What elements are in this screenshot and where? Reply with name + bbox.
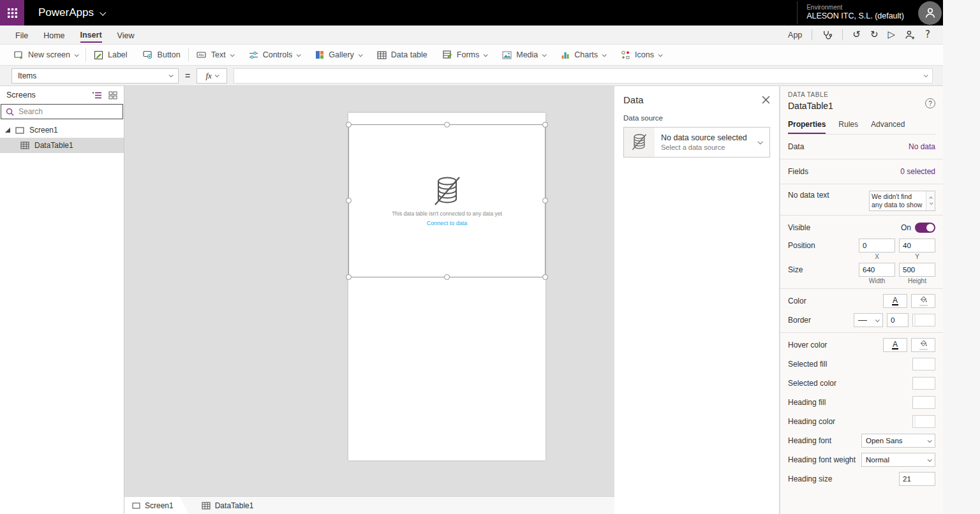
tree-view-icon[interactable] — [93, 91, 102, 99]
ribbon-new-screen[interactable]: New screen — [6, 45, 85, 65]
toggle-knob — [926, 224, 934, 231]
selected-color-swatch[interactable] — [912, 377, 935, 390]
breadcrumb-datatable1[interactable]: DataTable1 — [194, 497, 262, 514]
border-style-select[interactable] — [854, 313, 883, 327]
property-row-color: Color A — [788, 291, 935, 311]
text-color-button[interactable]: A — [883, 294, 907, 308]
heading-size-input[interactable] — [899, 472, 935, 486]
menu-view[interactable]: View — [117, 28, 135, 42]
position-x-input[interactable] — [859, 239, 895, 253]
property-label: Color — [788, 297, 806, 305]
tree-item-screen1[interactable]: Screen1 — [0, 122, 124, 138]
preview-play-button[interactable]: ▷ — [887, 30, 895, 40]
size-height-input[interactable] — [899, 263, 935, 277]
tab-rules[interactable]: Rules — [838, 117, 858, 134]
controls-icon — [249, 51, 258, 59]
property-row-border: Border — [788, 311, 935, 330]
breadcrumb-screen1[interactable]: Screen1 — [124, 497, 189, 514]
ribbon-label[interactable]: Label — [86, 45, 135, 65]
text-spinner[interactable] — [926, 191, 935, 210]
screen-artboard[interactable]: This data table isn't connected to any d… — [348, 113, 546, 460]
property-row-fields: Fields 0 selected — [788, 162, 935, 181]
chevron-down-icon — [542, 52, 547, 57]
ribbon-label: Button — [158, 50, 181, 59]
app-title: PowerApps — [38, 6, 94, 19]
ribbon-gallery[interactable]: Gallery — [308, 45, 369, 65]
size-width-input[interactable] — [859, 263, 895, 277]
empty-state-message: This data table isn't connected to any d… — [392, 210, 502, 217]
ribbon-button[interactable]: Button — [135, 45, 188, 65]
visible-toggle[interactable] — [915, 223, 935, 233]
ribbon-text[interactable]: Abc Text — [189, 45, 241, 65]
ribbon-label: Controls — [263, 50, 293, 59]
no-data-text-input[interactable]: We didn't find any data to show at this — [870, 191, 926, 210]
redo-button[interactable]: ↻ — [870, 30, 879, 40]
tree-expander-icon[interactable] — [5, 128, 10, 133]
text-icon: Abc — [197, 51, 207, 59]
help-button[interactable]: ? — [925, 98, 935, 108]
tree-item-datatable1[interactable]: DataTable1 — [0, 138, 124, 153]
ribbon-media[interactable]: Media — [494, 45, 553, 65]
app-checker-button[interactable] — [822, 29, 833, 40]
data-value-link[interactable]: No data — [909, 142, 935, 151]
grid-view-icon[interactable] — [108, 91, 117, 99]
menu-home[interactable]: Home — [43, 28, 64, 42]
help-button[interactable]: ? — [925, 30, 930, 40]
fill-color-button[interactable] — [911, 294, 935, 308]
ribbon-controls[interactable]: Controls — [241, 45, 308, 65]
data-panel-title: Data — [623, 94, 644, 105]
border-thickness-input[interactable] — [887, 313, 909, 327]
hover-fill-color-button[interactable] — [911, 338, 935, 352]
heading-font-weight-select[interactable]: Normal — [861, 453, 935, 467]
close-button[interactable] — [762, 96, 770, 104]
tab-properties[interactable]: Properties — [788, 117, 826, 134]
data-source-subtitle: Select a data source — [661, 143, 752, 151]
heading-font-value: Open Sans — [866, 437, 903, 444]
chevron-down-icon — [484, 52, 488, 57]
connect-to-data-link[interactable]: Connect to data — [427, 220, 468, 226]
heading-font-select[interactable]: Open Sans — [861, 434, 935, 448]
chevron-down-icon — [658, 52, 663, 57]
fill-bucket-icon — [919, 296, 928, 306]
canvas-area[interactable]: This data table isn't connected to any d… — [124, 86, 614, 514]
menu-insert[interactable]: Insert — [80, 27, 102, 43]
property-label: Heading fill — [788, 398, 826, 407]
hover-text-color-button[interactable]: A — [883, 338, 907, 352]
undo-button[interactable]: ↺ — [852, 30, 861, 40]
equals-sign: = — [185, 71, 190, 81]
waffle-menu-button[interactable] — [0, 0, 24, 26]
screen-icon — [15, 127, 24, 134]
chevron-down-icon — [230, 52, 234, 57]
property-row-visible: Visible On — [788, 218, 935, 237]
heading-fill-swatch[interactable] — [912, 396, 935, 409]
fields-value-link[interactable]: 0 selected — [900, 167, 935, 176]
datatable-control-selection[interactable]: This data table isn't connected to any d… — [348, 124, 546, 277]
data-source-dropdown[interactable]: No data source selected Select a data so… — [623, 127, 770, 158]
axis-label-y: Y — [915, 253, 919, 260]
ribbon-icons[interactable]: Icons — [613, 45, 669, 65]
share-button[interactable] — [905, 29, 916, 40]
table-icon — [202, 502, 211, 510]
selected-fill-swatch[interactable] — [912, 358, 935, 371]
tab-advanced[interactable]: Advanced — [871, 117, 905, 134]
environment-block[interactable]: Environment ALESON ITC, S.L. (default) — [797, 1, 914, 24]
user-avatar[interactable] — [918, 1, 942, 25]
ribbon-forms[interactable]: Forms — [435, 45, 494, 65]
border-color-swatch[interactable] — [912, 314, 935, 327]
ribbon-label: New screen — [28, 50, 70, 59]
menu-file[interactable]: File — [15, 28, 28, 42]
search-input[interactable] — [19, 107, 118, 116]
formula-input[interactable] — [239, 71, 924, 80]
formula-expand-chevron[interactable] — [924, 73, 928, 77]
property-selector[interactable]: Items — [11, 68, 179, 84]
chevron-down-icon — [602, 52, 607, 57]
heading-color-swatch[interactable] — [912, 415, 935, 428]
app-title-menu[interactable]: PowerApps — [38, 6, 105, 19]
chevron-down-icon — [928, 457, 932, 462]
fx-menu-button[interactable]: fx — [197, 68, 227, 84]
ribbon-data-table[interactable]: Data table — [369, 45, 435, 65]
ribbon-charts[interactable]: Charts — [553, 45, 613, 65]
ribbon-label: Gallery — [329, 50, 354, 59]
chevron-down-icon — [215, 73, 219, 77]
position-y-input[interactable] — [899, 239, 935, 253]
